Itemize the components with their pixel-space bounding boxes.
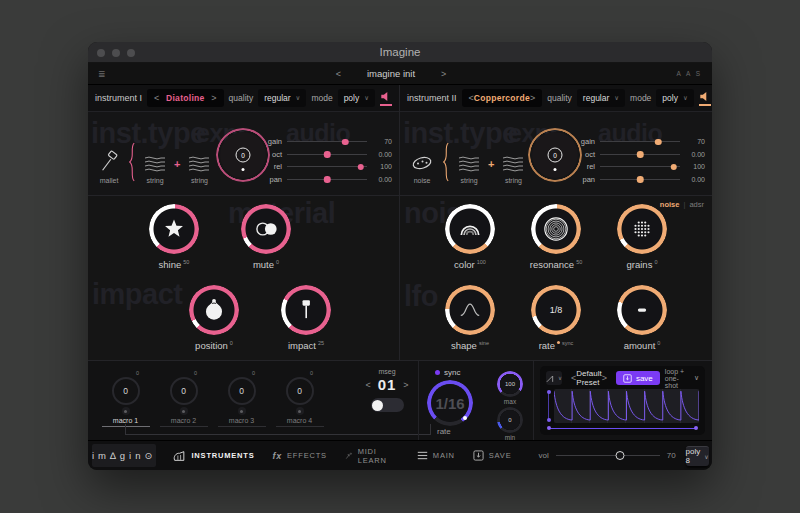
save-button[interactable]: SAVE xyxy=(464,441,521,470)
audition-button[interactable] xyxy=(380,91,392,106)
instruments-icon xyxy=(173,450,186,462)
min-knob[interactable]: 0 xyxy=(497,407,523,433)
mseg-prev-button[interactable]: < xyxy=(365,380,370,390)
gain-slider[interactable] xyxy=(287,137,367,146)
source-selector[interactable]: noise xyxy=(410,150,434,184)
slider-handle[interactable] xyxy=(547,418,551,422)
color-knob[interactable]: color100 xyxy=(442,204,498,270)
next-icon[interactable]: > xyxy=(211,93,216,103)
rel-slider[interactable] xyxy=(600,162,680,171)
slider-handle[interactable] xyxy=(637,176,644,183)
menu-icon[interactable]: ≣ xyxy=(98,69,106,79)
mseg-waveform-display[interactable] xyxy=(554,389,699,423)
knob-value: 0 xyxy=(230,340,233,346)
resonator-2-selector[interactable]: string xyxy=(501,154,525,184)
gain-slider[interactable] xyxy=(600,137,680,146)
mseg-save-button[interactable]: save xyxy=(616,371,660,385)
instrument-1-preset-name: Diatoline xyxy=(166,93,205,103)
rel-value: 100 xyxy=(685,163,705,170)
rel-slider[interactable] xyxy=(287,162,367,171)
mode-dropdown[interactable]: poly ∨ xyxy=(656,89,693,107)
macro-value[interactable]: 0 xyxy=(286,377,314,405)
sync-toggle[interactable]: sync xyxy=(435,368,460,377)
min-label: min xyxy=(497,434,523,441)
close-window-icon[interactable] xyxy=(97,49,105,57)
tab-instruments[interactable]: INSTRUMENTS xyxy=(164,441,263,470)
tab-effects[interactable]: fx EFFECTS xyxy=(263,441,335,470)
mseg-next-button[interactable]: > xyxy=(403,380,408,390)
shine-knob[interactable]: shine50 xyxy=(146,204,202,270)
instrument-2-preset-selector[interactable]: < Coppercorde > xyxy=(462,89,543,107)
quality-dropdown[interactable]: regular ∨ xyxy=(258,89,306,107)
tab-midi-learn[interactable]: MIDI LEARN xyxy=(336,441,400,470)
mseg-vertical-slider[interactable] xyxy=(546,389,551,423)
oct-slider[interactable] xyxy=(600,150,680,159)
macro-value[interactable]: 0 xyxy=(170,377,198,405)
macro-assign-dot[interactable] xyxy=(296,407,304,415)
slider-handle[interactable] xyxy=(670,164,677,171)
expr-value: 0 xyxy=(236,148,251,163)
source-selector[interactable]: mallet xyxy=(98,150,120,184)
mute-knob[interactable]: mute0 xyxy=(238,204,294,270)
poly-voices-button[interactable]: poly 8 ∨ xyxy=(686,446,709,466)
global-preset-name[interactable]: imagine init xyxy=(367,68,415,79)
pan-slider[interactable] xyxy=(600,175,680,184)
next-icon[interactable]: > xyxy=(530,93,535,103)
macro-assign-dot[interactable] xyxy=(122,407,130,415)
knob-label: rate xyxy=(539,340,555,351)
macro-label: macro 4 xyxy=(287,417,312,424)
slider-handle[interactable] xyxy=(547,390,551,394)
resonance-knob[interactable]: resonance50 xyxy=(528,204,584,270)
instrument-1-preset-selector[interactable]: < Diatoline > xyxy=(147,89,224,107)
star-icon xyxy=(161,216,187,242)
slider-handle[interactable] xyxy=(324,176,331,183)
preset-next-button[interactable]: > xyxy=(441,69,446,79)
mode-label: mode xyxy=(630,93,651,103)
mseg-loop-range-slider[interactable] xyxy=(546,425,699,431)
mseg-preset-selector[interactable]: < Default Preset > xyxy=(567,369,611,387)
quality-dropdown[interactable]: regular ∨ xyxy=(577,89,625,107)
max-knob[interactable]: 100 xyxy=(497,371,523,397)
slider-handle[interactable] xyxy=(547,426,551,430)
resonator-1-selector[interactable]: string xyxy=(457,154,481,184)
preset-prev-button[interactable]: < xyxy=(336,69,341,79)
macro-assign-dot[interactable] xyxy=(180,407,188,415)
mseg-toggle[interactable] xyxy=(371,398,404,412)
slider-handle[interactable] xyxy=(342,139,349,146)
macro-assign-dot[interactable] xyxy=(238,407,246,415)
string-icon xyxy=(143,154,167,174)
amount-knob[interactable]: amount0 xyxy=(614,285,670,351)
resonator-2-selector[interactable]: string xyxy=(187,154,211,184)
macro-value[interactable]: 0 xyxy=(112,377,140,405)
resonator-1-selector[interactable]: string xyxy=(143,154,167,184)
impact-knob[interactable]: impact25 xyxy=(278,285,334,351)
volume-slider[interactable] xyxy=(556,451,660,461)
prev-icon[interactable]: < xyxy=(154,93,159,103)
mseg-type-dropdown[interactable]: ∨ xyxy=(546,371,562,385)
lfo-rate-knob[interactable]: 1/8 ratesync xyxy=(528,285,584,351)
shape-knob[interactable]: shapesine xyxy=(442,285,498,351)
mseg-mode-dropdown[interactable]: loop + one-shot ∨ xyxy=(665,368,699,389)
grains-knob[interactable]: grains0 xyxy=(614,204,670,270)
mode-dropdown[interactable]: poly ∨ xyxy=(338,89,375,107)
main-menu-button[interactable]: MAIN xyxy=(408,441,464,470)
resonator-label: string xyxy=(505,177,522,184)
slider-handle[interactable] xyxy=(357,164,364,171)
zoom-window-icon[interactable] xyxy=(127,49,135,57)
tab-adsr[interactable]: adsr xyxy=(689,200,704,209)
slider-handle[interactable] xyxy=(616,451,625,460)
slider-handle[interactable] xyxy=(637,151,644,158)
audition-button[interactable] xyxy=(699,91,711,106)
knob-value: 0 xyxy=(276,259,279,265)
oct-slider[interactable] xyxy=(287,150,367,159)
mseg-rate-knob[interactable]: 1/16 xyxy=(427,380,473,426)
minimize-window-icon[interactable] xyxy=(112,49,120,57)
next-icon[interactable]: > xyxy=(602,373,607,383)
position-knob[interactable]: position0 xyxy=(186,285,242,351)
slider-handle[interactable] xyxy=(655,139,662,146)
slider-handle[interactable] xyxy=(324,151,331,158)
macro-value[interactable]: 0 xyxy=(228,377,256,405)
pan-slider[interactable] xyxy=(287,175,367,184)
slider-handle[interactable] xyxy=(694,426,698,430)
window-title: Imagine xyxy=(380,46,421,58)
